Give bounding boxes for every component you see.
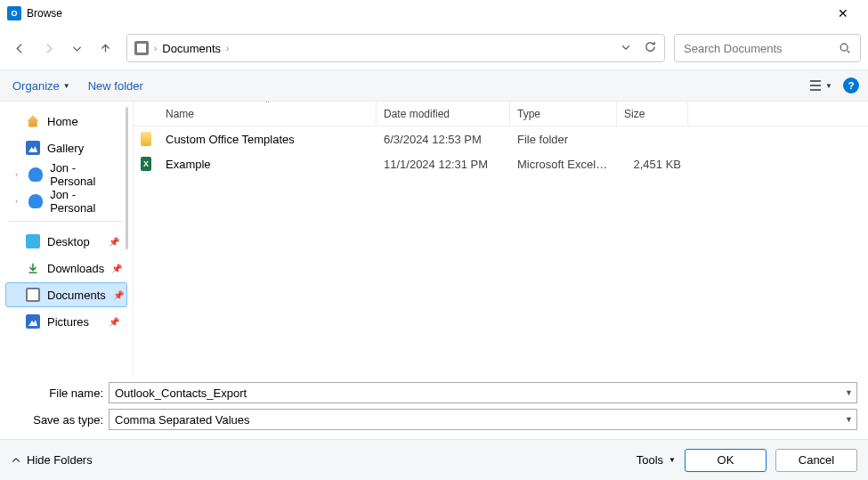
- file-pane: ⌃Name Date modified Type Size Custom Off…: [134, 102, 868, 375]
- navigation-sidebar: Home Gallery ›Jon - Personal ›Jon - Pers…: [0, 102, 134, 375]
- refresh-button[interactable]: [644, 40, 657, 56]
- sidebar-item-desktop[interactable]: Desktop📌: [5, 229, 127, 254]
- sort-indicator-icon: ⌃: [264, 102, 271, 108]
- dialog-footer: Hide Folders Tools▼ OK Cancel: [0, 439, 868, 480]
- help-button[interactable]: ?: [843, 77, 859, 94]
- file-name: Custom Office Templates: [158, 133, 377, 146]
- search-box[interactable]: [674, 34, 861, 62]
- scrollbar[interactable]: [126, 107, 128, 249]
- history-dropdown[interactable]: [621, 42, 631, 55]
- documents-icon: [134, 41, 149, 55]
- new-folder-button[interactable]: New folder: [85, 77, 147, 95]
- file-row[interactable]: Custom Office Templates 6/3/2024 12:53 P…: [134, 126, 868, 151]
- sidebar-item-gallery[interactable]: Gallery: [5, 135, 127, 160]
- pin-icon: 📌: [109, 317, 119, 327]
- divider: [9, 221, 124, 222]
- up-button[interactable]: [93, 36, 118, 61]
- forward-button[interactable]: [36, 36, 61, 61]
- sidebar-item-onedrive-1[interactable]: ›Jon - Personal: [5, 162, 127, 187]
- sidebar-item-pictures[interactable]: Pictures📌: [5, 309, 127, 334]
- pictures-icon: [26, 314, 40, 329]
- column-type[interactable]: Type: [510, 102, 617, 126]
- onedrive-icon: [28, 194, 43, 208]
- search-input[interactable]: [684, 42, 839, 55]
- pin-icon: 📌: [109, 237, 119, 247]
- list-view-icon: [808, 79, 823, 92]
- file-size: 2,451 KB: [617, 158, 688, 171]
- tools-menu[interactable]: Tools▼: [637, 453, 676, 467]
- filename-input[interactable]: Outlook_Contacts_Export▼: [109, 382, 857, 403]
- ok-button[interactable]: OK: [685, 449, 767, 472]
- column-size[interactable]: Size: [617, 102, 688, 126]
- pin-icon: 📌: [111, 264, 122, 273]
- organize-menu[interactable]: Organize▼: [9, 77, 74, 95]
- gallery-icon: [26, 141, 40, 155]
- excel-icon: [141, 157, 151, 171]
- onedrive-icon: [28, 167, 43, 182]
- caret-down-icon: ▼: [825, 82, 832, 90]
- file-type: File folder: [510, 133, 617, 146]
- cancel-button[interactable]: Cancel: [775, 449, 857, 472]
- chevron-right-icon[interactable]: ›: [12, 170, 21, 179]
- documents-icon: [26, 288, 40, 302]
- caret-down-icon: ▼: [63, 82, 70, 90]
- recent-dropdown[interactable]: [64, 36, 89, 61]
- main-area: Home Gallery ›Jon - Personal ›Jon - Pers…: [0, 102, 868, 375]
- column-date-modified[interactable]: Date modified: [377, 102, 510, 126]
- outlook-app-icon: O: [7, 6, 21, 20]
- chevron-right-icon: ›: [154, 44, 157, 53]
- chevron-down-icon[interactable]: ▼: [845, 388, 853, 397]
- column-name[interactable]: ⌃Name: [158, 102, 377, 126]
- chevron-up-icon: [11, 455, 21, 466]
- sidebar-item-home[interactable]: Home: [5, 109, 127, 134]
- sidebar-item-onedrive-2[interactable]: ›Jon - Personal: [5, 189, 127, 214]
- back-button[interactable]: [7, 36, 32, 61]
- svg-point-0: [840, 44, 848, 51]
- file-row[interactable]: Example 11/1/2024 12:31 PM Microsoft Exc…: [134, 151, 868, 176]
- file-date: 6/3/2024 12:53 PM: [377, 133, 510, 146]
- downloads-icon: [26, 261, 40, 275]
- saveas-label: Save as type:: [11, 413, 103, 427]
- file-list: Custom Office Templates 6/3/2024 12:53 P…: [134, 126, 868, 375]
- chevron-down-icon[interactable]: ▼: [845, 415, 853, 424]
- sidebar-item-downloads[interactable]: Downloads📌: [5, 256, 127, 281]
- hide-folders-button[interactable]: Hide Folders: [11, 453, 93, 467]
- save-fields: File name: Outlook_Contacts_Export▼ Save…: [0, 375, 868, 439]
- caret-down-icon: ▼: [669, 456, 676, 464]
- navigation-row: › Documents ›: [0, 27, 868, 69]
- window-title: Browse: [27, 7, 62, 20]
- command-toolbar: Organize▼ New folder ▼ ?: [0, 69, 868, 102]
- sidebar-item-documents[interactable]: Documents📌: [5, 282, 127, 307]
- column-headers: ⌃Name Date modified Type Size: [134, 102, 868, 126]
- file-date: 11/1/2024 12:31 PM: [377, 158, 510, 171]
- pin-icon: 📌: [113, 290, 124, 300]
- file-name: Example: [158, 158, 377, 171]
- search-icon: [839, 42, 851, 54]
- file-type: Microsoft Excel C...: [510, 158, 617, 171]
- close-button[interactable]: ✕: [825, 0, 861, 27]
- home-icon: [26, 114, 40, 128]
- chevron-right-icon[interactable]: ›: [12, 197, 21, 206]
- title-bar: O Browse ✕: [0, 0, 868, 27]
- folder-icon: [141, 132, 151, 146]
- chevron-right-icon[interactable]: ›: [226, 44, 229, 53]
- saveas-type-select[interactable]: Comma Separated Values▼: [109, 409, 857, 430]
- address-bar[interactable]: › Documents ›: [126, 34, 665, 62]
- filename-label: File name:: [11, 386, 103, 400]
- close-icon: ✕: [838, 7, 848, 20]
- view-mode-button[interactable]: ▼: [808, 79, 832, 92]
- desktop-icon: [26, 234, 40, 248]
- breadcrumb-documents[interactable]: Documents: [162, 42, 221, 55]
